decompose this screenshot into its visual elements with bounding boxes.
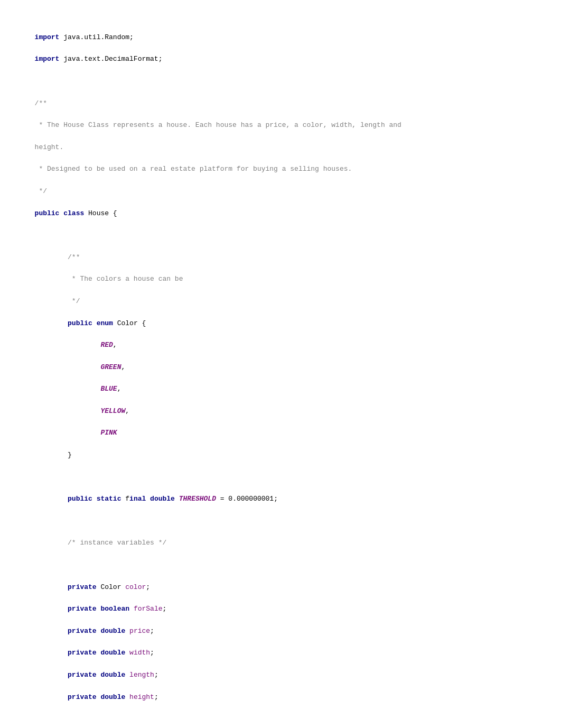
code-editor: import java.util.Random; import java.tex…: [26, 21, 535, 728]
import-line-2: import java.text.DecimalFormat;: [35, 55, 163, 63]
class-comment-5: */: [35, 187, 47, 195]
var-length: private double length;: [68, 671, 158, 679]
class-decl: public class House {: [35, 209, 117, 217]
enum-decl: public enum Color {: [68, 319, 146, 327]
enum-green: GREEN: [100, 363, 121, 371]
enum-pink: PINK: [100, 429, 117, 437]
class-comment-4: * Designed to be used on a real estate p…: [35, 165, 352, 173]
enum-close: }: [68, 451, 72, 459]
import-line-1: import java.util.Random;: [35, 33, 134, 41]
class-comment-2: * The House Class represents a house. Ea…: [35, 121, 401, 129]
enum-comment-3: */: [68, 297, 80, 305]
instance-vars-comment: /* instance variables */: [68, 539, 166, 547]
enum-blue: BLUE: [100, 385, 117, 393]
class-comment-1: /**: [35, 99, 47, 107]
enum-yellow: YELLOW: [100, 407, 125, 415]
var-forsale: private boolean forSale;: [68, 605, 166, 613]
threshold-decl: public static final double THRESHOLD = 0…: [68, 495, 278, 503]
var-price: private double price;: [68, 627, 154, 635]
enum-comment-2: * The colors a house can be: [68, 275, 183, 283]
enum-red: RED: [100, 341, 113, 349]
var-width: private double width;: [68, 649, 154, 657]
var-height: private double height;: [68, 693, 158, 701]
class-comment-3: height.: [35, 143, 64, 151]
enum-comment-1: /**: [68, 253, 80, 261]
var-color: private Color color;: [68, 583, 150, 591]
